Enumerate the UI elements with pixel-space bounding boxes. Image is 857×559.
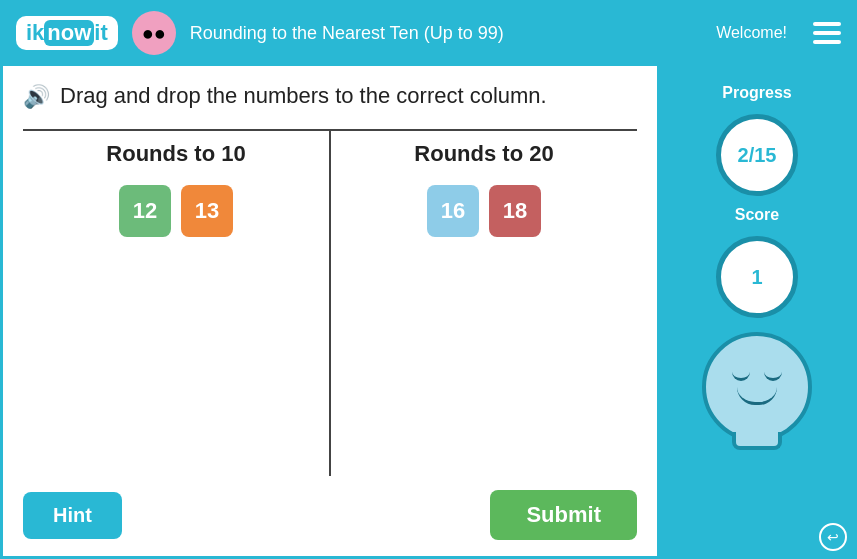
chip-13[interactable]: 13 — [181, 185, 233, 237]
hint-button[interactable]: Hint — [23, 492, 122, 539]
logo: iknowit — [16, 16, 118, 50]
chip-18[interactable]: 18 — [489, 185, 541, 237]
back-icon[interactable]: ↩ — [819, 523, 847, 551]
score-circle: 1 — [716, 236, 798, 318]
column-2-chips: 16 18 — [427, 185, 541, 237]
bulb-body — [702, 332, 812, 442]
page-title: Rounding to the Nearest Ten (Up to 99) — [190, 23, 702, 44]
bulb-eye-right — [764, 369, 782, 381]
header: iknowit ●● Rounding to the Nearest Ten (… — [0, 0, 857, 66]
bottom-bar: Hint Submit — [23, 490, 637, 540]
bulb-eyes — [732, 369, 782, 381]
sidebar: Progress 2/15 Score 1 ↩ — [657, 66, 857, 559]
chip-12[interactable]: 12 — [119, 185, 171, 237]
column-rounds-20[interactable]: Rounds to 20 16 18 — [331, 131, 637, 476]
drag-drop-area: Rounds to 10 12 13 Rounds to 20 16 18 — [23, 129, 637, 476]
mascot — [697, 332, 817, 462]
bulb-base — [732, 432, 782, 450]
content-area: 🔊 Drag and drop the numbers to the corre… — [0, 66, 657, 559]
column-1-chips: 12 13 — [119, 185, 233, 237]
score-label: Score — [735, 206, 779, 224]
column-rounds-10[interactable]: Rounds to 10 12 13 — [23, 131, 331, 476]
main-layout: 🔊 Drag and drop the numbers to the corre… — [0, 66, 857, 559]
bulb-smile — [737, 387, 777, 405]
progress-label: Progress — [722, 84, 791, 102]
progress-circle: 2/15 — [716, 114, 798, 196]
speaker-icon[interactable]: 🔊 — [23, 84, 50, 110]
column-2-header: Rounds to 20 — [414, 141, 553, 167]
logo-highlight: now — [44, 20, 94, 46]
bulb-eye-left — [732, 369, 750, 381]
chip-16[interactable]: 16 — [427, 185, 479, 237]
header-icon: ●● — [132, 11, 176, 55]
instruction-text: Drag and drop the numbers to the correct… — [60, 82, 547, 111]
submit-button[interactable]: Submit — [490, 490, 637, 540]
instruction-row: 🔊 Drag and drop the numbers to the corre… — [23, 82, 637, 111]
menu-button[interactable] — [813, 22, 841, 44]
welcome-text: Welcome! — [716, 24, 787, 42]
column-1-header: Rounds to 10 — [106, 141, 245, 167]
